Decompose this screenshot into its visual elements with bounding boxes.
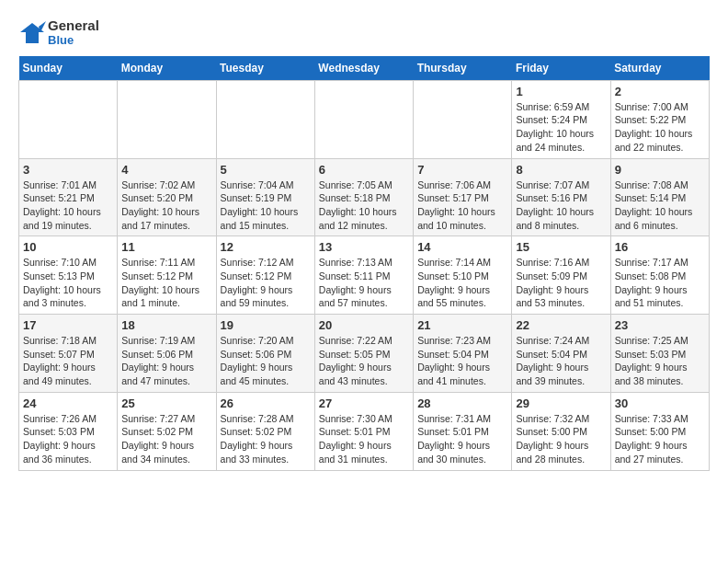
weekday-header-wednesday: Wednesday — [314, 56, 413, 81]
day-number: 26 — [221, 396, 311, 410]
logo-bird-icon — [18, 19, 44, 45]
calendar-cell: 6Sunrise: 7:05 AM Sunset: 5:18 PM Daylig… — [314, 158, 413, 236]
calendar-cell: 11Sunrise: 7:11 AM Sunset: 5:12 PM Dayli… — [118, 236, 216, 315]
day-info: Sunrise: 7:20 AM Sunset: 5:06 PM Dayligh… — [221, 334, 311, 388]
calendar-table: SundayMondayTuesdayWednesdayThursdayFrid… — [18, 56, 710, 471]
calendar-cell: 25Sunrise: 7:27 AM Sunset: 5:02 PM Dayli… — [118, 392, 216, 470]
day-number: 11 — [121, 240, 211, 254]
calendar-cell: 27Sunrise: 7:30 AM Sunset: 5:01 PM Dayli… — [314, 392, 413, 470]
day-info: Sunrise: 7:32 AM Sunset: 5:00 PM Dayligh… — [516, 412, 606, 466]
calendar-week-row: 1Sunrise: 6:59 AM Sunset: 5:24 PM Daylig… — [19, 80, 710, 158]
day-info: Sunrise: 7:19 AM Sunset: 5:06 PM Dayligh… — [121, 334, 211, 388]
day-number: 19 — [221, 318, 311, 332]
day-number: 3 — [23, 163, 113, 177]
calendar-cell: 19Sunrise: 7:20 AM Sunset: 5:06 PM Dayli… — [216, 315, 314, 393]
calendar-cell: 24Sunrise: 7:26 AM Sunset: 5:03 PM Dayli… — [19, 392, 118, 470]
day-number: 21 — [417, 318, 507, 332]
day-info: Sunrise: 7:10 AM Sunset: 5:13 PM Dayligh… — [23, 256, 113, 310]
calendar-cell: 26Sunrise: 7:28 AM Sunset: 5:02 PM Dayli… — [216, 392, 314, 470]
day-info: Sunrise: 7:22 AM Sunset: 5:05 PM Dayligh… — [319, 334, 409, 388]
weekday-header-row: SundayMondayTuesdayWednesdayThursdayFrid… — [19, 56, 710, 81]
calendar-cell — [414, 80, 512, 158]
day-number: 2 — [615, 85, 705, 98]
day-info: Sunrise: 7:27 AM Sunset: 5:02 PM Dayligh… — [121, 412, 211, 466]
day-info: Sunrise: 7:14 AM Sunset: 5:10 PM Dayligh… — [417, 256, 507, 310]
day-info: Sunrise: 6:59 AM Sunset: 5:24 PM Dayligh… — [516, 100, 606, 155]
weekday-header-tuesday: Tuesday — [216, 56, 314, 81]
calendar-cell: 16Sunrise: 7:17 AM Sunset: 5:08 PM Dayli… — [610, 236, 709, 315]
day-number: 12 — [221, 240, 311, 254]
calendar-cell: 28Sunrise: 7:31 AM Sunset: 5:01 PM Dayli… — [414, 392, 512, 470]
day-number: 22 — [516, 318, 606, 332]
calendar-cell: 23Sunrise: 7:25 AM Sunset: 5:03 PM Dayli… — [610, 315, 709, 393]
day-number: 16 — [615, 240, 705, 254]
logo-text-block: General Blue — [18, 18, 99, 47]
day-number: 24 — [23, 396, 113, 410]
calendar-cell — [216, 80, 314, 158]
calendar-week-row: 3Sunrise: 7:01 AM Sunset: 5:21 PM Daylig… — [19, 158, 710, 236]
logo: General Blue — [18, 18, 99, 47]
calendar-cell: 10Sunrise: 7:10 AM Sunset: 5:13 PM Dayli… — [19, 236, 118, 315]
calendar-cell: 13Sunrise: 7:13 AM Sunset: 5:11 PM Dayli… — [314, 236, 413, 315]
day-number: 25 — [121, 396, 211, 410]
day-number: 8 — [516, 163, 606, 177]
weekday-header-thursday: Thursday — [414, 56, 512, 81]
weekday-header-sunday: Sunday — [19, 56, 118, 81]
day-info: Sunrise: 7:00 AM Sunset: 5:22 PM Dayligh… — [615, 100, 705, 155]
calendar-cell — [118, 80, 216, 158]
calendar-week-row: 10Sunrise: 7:10 AM Sunset: 5:13 PM Dayli… — [19, 236, 710, 315]
calendar-cell: 9Sunrise: 7:08 AM Sunset: 5:14 PM Daylig… — [610, 158, 709, 236]
day-info: Sunrise: 7:26 AM Sunset: 5:03 PM Dayligh… — [23, 412, 113, 466]
day-number: 4 — [121, 163, 211, 177]
day-number: 27 — [319, 396, 409, 410]
calendar-cell: 12Sunrise: 7:12 AM Sunset: 5:12 PM Dayli… — [216, 236, 314, 315]
weekday-header-monday: Monday — [118, 56, 216, 81]
day-info: Sunrise: 7:06 AM Sunset: 5:17 PM Dayligh… — [417, 178, 507, 233]
day-number: 14 — [417, 240, 507, 254]
calendar-cell: 3Sunrise: 7:01 AM Sunset: 5:21 PM Daylig… — [19, 158, 118, 236]
day-info: Sunrise: 7:24 AM Sunset: 5:04 PM Dayligh… — [516, 334, 606, 388]
weekday-header-saturday: Saturday — [610, 56, 709, 81]
day-number: 9 — [615, 163, 705, 177]
logo-blue: Blue — [48, 34, 99, 47]
day-number: 18 — [121, 318, 211, 332]
day-info: Sunrise: 7:13 AM Sunset: 5:11 PM Dayligh… — [319, 256, 409, 310]
calendar-cell: 30Sunrise: 7:33 AM Sunset: 5:00 PM Dayli… — [610, 392, 709, 470]
day-info: Sunrise: 7:05 AM Sunset: 5:18 PM Dayligh… — [319, 178, 409, 233]
calendar-cell: 18Sunrise: 7:19 AM Sunset: 5:06 PM Dayli… — [118, 315, 216, 393]
day-info: Sunrise: 7:25 AM Sunset: 5:03 PM Dayligh… — [615, 334, 705, 388]
calendar-cell: 17Sunrise: 7:18 AM Sunset: 5:07 PM Dayli… — [19, 315, 118, 393]
calendar-cell: 14Sunrise: 7:14 AM Sunset: 5:10 PM Dayli… — [414, 236, 512, 315]
day-number: 10 — [23, 240, 113, 254]
day-number: 15 — [516, 240, 606, 254]
day-info: Sunrise: 7:02 AM Sunset: 5:20 PM Dayligh… — [121, 178, 211, 233]
calendar-cell: 7Sunrise: 7:06 AM Sunset: 5:17 PM Daylig… — [414, 158, 512, 236]
day-info: Sunrise: 7:18 AM Sunset: 5:07 PM Dayligh… — [23, 334, 113, 388]
calendar-cell: 8Sunrise: 7:07 AM Sunset: 5:16 PM Daylig… — [512, 158, 610, 236]
calendar-cell: 4Sunrise: 7:02 AM Sunset: 5:20 PM Daylig… — [118, 158, 216, 236]
calendar-week-row: 24Sunrise: 7:26 AM Sunset: 5:03 PM Dayli… — [19, 392, 710, 470]
calendar-header: SundayMondayTuesdayWednesdayThursdayFrid… — [19, 56, 710, 81]
day-info: Sunrise: 7:23 AM Sunset: 5:04 PM Dayligh… — [417, 334, 507, 388]
calendar-cell: 29Sunrise: 7:32 AM Sunset: 5:00 PM Dayli… — [512, 392, 610, 470]
day-info: Sunrise: 7:16 AM Sunset: 5:09 PM Dayligh… — [516, 256, 606, 310]
day-number: 23 — [615, 318, 705, 332]
day-info: Sunrise: 7:11 AM Sunset: 5:12 PM Dayligh… — [121, 256, 211, 310]
day-number: 30 — [615, 396, 705, 410]
calendar-cell: 2Sunrise: 7:00 AM Sunset: 5:22 PM Daylig… — [610, 80, 709, 158]
calendar-week-row: 17Sunrise: 7:18 AM Sunset: 5:07 PM Dayli… — [19, 315, 710, 393]
calendar-cell: 1Sunrise: 6:59 AM Sunset: 5:24 PM Daylig… — [512, 80, 610, 158]
day-number: 7 — [417, 163, 507, 177]
calendar-cell: 5Sunrise: 7:04 AM Sunset: 5:19 PM Daylig… — [216, 158, 314, 236]
day-number: 28 — [417, 396, 507, 410]
day-info: Sunrise: 7:17 AM Sunset: 5:08 PM Dayligh… — [615, 256, 705, 310]
day-number: 1 — [516, 85, 606, 98]
day-info: Sunrise: 7:12 AM Sunset: 5:12 PM Dayligh… — [221, 256, 311, 310]
calendar-cell — [314, 80, 413, 158]
day-number: 20 — [319, 318, 409, 332]
day-info: Sunrise: 7:33 AM Sunset: 5:00 PM Dayligh… — [615, 412, 705, 466]
day-info: Sunrise: 7:30 AM Sunset: 5:01 PM Dayligh… — [319, 412, 409, 466]
day-number: 13 — [319, 240, 409, 254]
day-info: Sunrise: 7:01 AM Sunset: 5:21 PM Dayligh… — [23, 178, 113, 233]
page-header: General Blue — [18, 18, 710, 47]
